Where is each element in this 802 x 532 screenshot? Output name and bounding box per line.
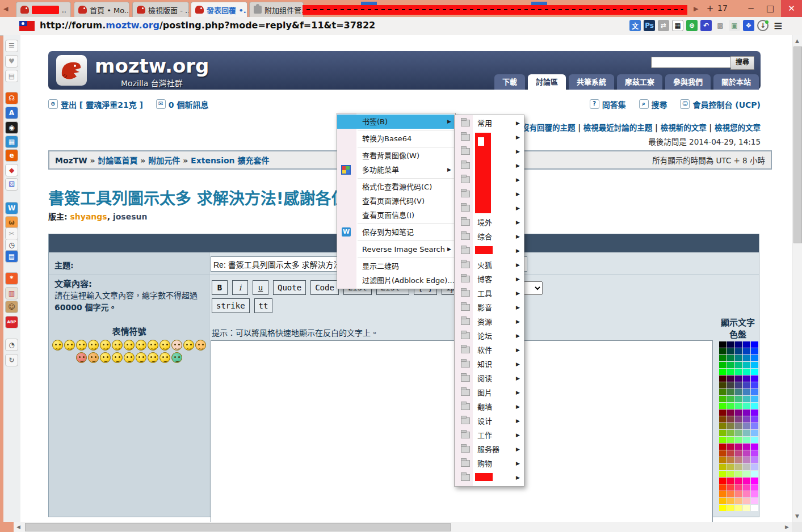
- palette-color-BF00FF[interactable]: [751, 444, 758, 450]
- palette-color-0000BF[interactable]: [743, 341, 750, 348]
- faq-link[interactable]: ?問答集: [590, 99, 626, 110]
- browser-tab[interactable]: 首頁 • Mo...: [74, 2, 129, 17]
- browser-tab[interactable]: 發表回覆 •...: [191, 2, 247, 17]
- palette-color-FF4000[interactable]: [719, 484, 727, 491]
- palette-color-008000[interactable]: [719, 355, 727, 361]
- palette-color-BFFFFF[interactable]: [751, 471, 758, 477]
- palette-color-400000[interactable]: [719, 375, 727, 382]
- logout-link[interactable]: ⊙登出 [ 靈魂淨重21克 ]: [48, 99, 143, 110]
- palette-color-8000FF[interactable]: [751, 409, 758, 416]
- palette-color-40BFBF[interactable]: [743, 396, 750, 402]
- scroll-down-icon[interactable]: ▼: [795, 513, 799, 519]
- palette-color-40BF40[interactable]: [727, 396, 734, 402]
- undo-icon[interactable]: ↶: [700, 20, 712, 31]
- emoticon-arrow[interactable]: [148, 352, 158, 363]
- palette-color-BFFF40[interactable]: [727, 471, 734, 477]
- palette-color-BF8040[interactable]: [727, 457, 734, 463]
- orange-app-icon[interactable]: e: [5, 149, 18, 162]
- palette-color-808000[interactable]: [719, 423, 727, 429]
- context-menu-item[interactable]: 书签(B)▶: [337, 115, 455, 129]
- minimize-button[interactable]: −: [741, 0, 761, 17]
- palette-color-FF8040[interactable]: [727, 491, 734, 497]
- palette-color-00BF40[interactable]: [727, 362, 734, 368]
- palette-color-80FFBF[interactable]: [743, 437, 750, 443]
- video-camera-icon[interactable]: ◉: [5, 121, 18, 134]
- palette-color-BF00BF[interactable]: [743, 444, 750, 450]
- heart-icon[interactable]: ♥: [5, 55, 18, 67]
- emoticon-biggrin[interactable]: [52, 340, 63, 351]
- adblock-abp-icon[interactable]: ABP: [5, 316, 18, 328]
- palette-color-FFFFBF[interactable]: [743, 505, 750, 511]
- palette-color-FFBFBF[interactable]: [743, 498, 750, 504]
- vertical-scrollbar[interactable]: ▲ ▼: [792, 35, 802, 522]
- emoticon-rolleyes[interactable]: [183, 340, 194, 351]
- context-menu-item[interactable]: 转换为Base64: [337, 132, 455, 146]
- palette-color-00BFFF[interactable]: [751, 362, 758, 368]
- bbcode-button-strike[interactable]: strike: [212, 298, 250, 313]
- palette-color-BF80BF[interactable]: [743, 457, 750, 463]
- palette-color-00FFFF[interactable]: [751, 369, 758, 375]
- palette-color-00FFBF[interactable]: [743, 369, 750, 375]
- palette-color-40FFFF[interactable]: [751, 403, 758, 409]
- palette-color-FF0080[interactable]: [735, 478, 742, 484]
- palette-color-404040[interactable]: [727, 382, 734, 389]
- emoticon-evil2[interactable]: [88, 352, 99, 363]
- palette-color-40FF80[interactable]: [735, 403, 742, 409]
- palette-color-4000FF[interactable]: [751, 375, 758, 382]
- site-title[interactable]: moztw.org: [95, 54, 209, 77]
- bookmark-folder-item[interactable]: 翻墙▶: [455, 400, 524, 414]
- palette-color-8000BF[interactable]: [743, 409, 750, 416]
- header-search-button[interactable]: 搜尋: [730, 56, 754, 70]
- palette-color-808040[interactable]: [727, 423, 734, 429]
- emoticon-idea[interactable]: [136, 352, 146, 363]
- bookmark-folder-item[interactable]: 设计▶: [455, 414, 524, 428]
- view-link[interactable]: 檢視最近討論的主題: [583, 123, 653, 132]
- photoshop-icon[interactable]: Ps: [644, 20, 655, 31]
- bookmark-folder-item[interactable]: 服务器▶: [455, 442, 524, 457]
- palette-color-80FF00[interactable]: [719, 437, 727, 443]
- palette-color-80FFFF[interactable]: [751, 437, 758, 443]
- palette-color-40FF40[interactable]: [727, 403, 734, 409]
- palette-color-BFBF80[interactable]: [735, 464, 742, 470]
- keyboard-icon[interactable]: ▤: [5, 250, 18, 263]
- palette-color-80BFBF[interactable]: [743, 430, 750, 436]
- breadcrumb-link[interactable]: 討論區首頁: [98, 156, 138, 165]
- emoticon-sad[interactable]: [76, 340, 87, 351]
- palette-color-80BFFF[interactable]: [751, 430, 758, 436]
- palette-color-408080[interactable]: [735, 389, 742, 395]
- red-cart-icon[interactable]: ◆: [5, 164, 18, 176]
- history-clock-icon[interactable]: ◔: [5, 339, 18, 351]
- bookmark-folder-item[interactable]: 综合▶: [455, 230, 524, 244]
- briefcase-icon[interactable]: ▤: [5, 70, 18, 82]
- bbcode-button-Code[interactable]: Code: [310, 280, 339, 295]
- emoticon-eek[interactable]: [100, 340, 111, 351]
- sync-arrows-icon[interactable]: ⇄: [658, 20, 669, 31]
- nav-tab-討論區[interactable]: 討論區: [528, 74, 566, 90]
- bbcode-button-i[interactable]: i: [232, 280, 248, 295]
- emoticon-mrgreen[interactable]: [171, 352, 182, 363]
- breadcrumb[interactable]: MozTW » 討論區首頁 » 附加元件 » Extension 擴充套件: [55, 154, 269, 166]
- bbcode-button-tt[interactable]: tt: [254, 298, 273, 313]
- translate-icon[interactable]: 文: [629, 20, 641, 31]
- blue-tiles-icon[interactable]: ▦: [5, 136, 18, 148]
- globe-icon[interactable]: ⊕: [686, 20, 698, 31]
- horizontal-scroll-thumb[interactable]: [25, 523, 451, 531]
- emoticon-redface[interactable]: [171, 340, 182, 351]
- palette-color-FF40FF[interactable]: [751, 484, 758, 491]
- palette-color-FFBF00[interactable]: [719, 498, 727, 504]
- palette-color-4080BF[interactable]: [743, 389, 750, 395]
- moztw-dino-logo[interactable]: [56, 55, 87, 86]
- emoticon-smile[interactable]: [64, 340, 75, 351]
- palette-color-FFFF80[interactable]: [735, 505, 742, 511]
- palette-color-00FF40[interactable]: [727, 369, 734, 375]
- bookmark-folder-item[interactable]: 火狐▶: [455, 258, 524, 272]
- bookmark-folder-item[interactable]: 论坛▶: [455, 329, 524, 343]
- palette-color-BF4080[interactable]: [735, 450, 742, 457]
- palette-color-BF4040[interactable]: [727, 450, 734, 457]
- palette-color-40BF80[interactable]: [735, 396, 742, 402]
- palette-color-BF0080[interactable]: [735, 444, 742, 450]
- bookmark-folder-item[interactable]: 博客▶: [455, 272, 524, 286]
- palette-color-00FF00[interactable]: [719, 369, 727, 375]
- nav-tab-摩茲工寮[interactable]: 摩茲工寮: [617, 74, 662, 90]
- scissors-icon[interactable]: ✂: [5, 227, 18, 240]
